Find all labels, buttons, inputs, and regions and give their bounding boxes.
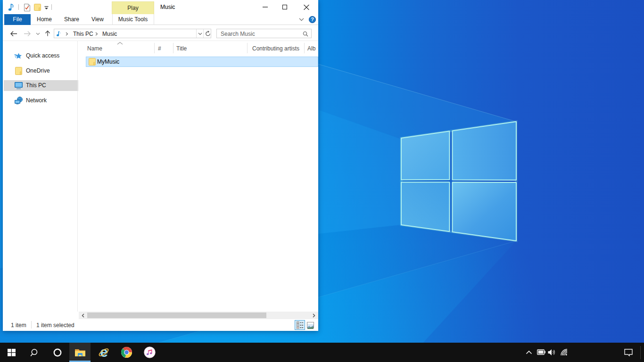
- svg-text:?: ?: [311, 16, 314, 22]
